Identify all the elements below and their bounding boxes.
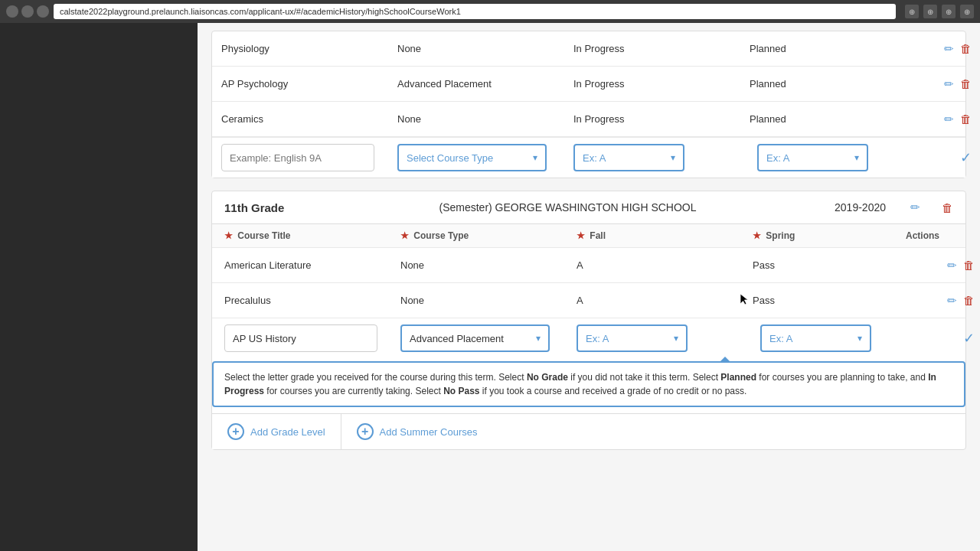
- tooltip-text2: if you did not take it this term. Select: [568, 372, 720, 383]
- req-star-course-type: ★: [400, 230, 409, 241]
- spring-ceramics: Planned: [750, 113, 903, 125]
- delete-icon-amlit[interactable]: 🗑: [963, 259, 975, 272]
- forward-btn[interactable]: [21, 5, 34, 18]
- course-type-appsych: Advanced Placement: [397, 78, 573, 90]
- req-star-course-title: ★: [224, 230, 233, 241]
- course-type-ceramics: None: [397, 113, 573, 125]
- col-header-fall: ★ Fall: [577, 230, 753, 241]
- add-summer-courses-plus-icon: +: [357, 423, 374, 440]
- advanced-placement-label: Advanced Placement: [410, 333, 504, 344]
- edit-icon-physiology[interactable]: ✏: [944, 42, 954, 56]
- actions-precalc: ✏ 🗑: [906, 294, 975, 308]
- edit-grade-section-icon[interactable]: ✏: [910, 201, 920, 214]
- edit-icon-precalc[interactable]: ✏: [947, 294, 957, 308]
- browser-icons: ⊕ ⊕ ⊕ ⊕: [905, 5, 974, 18]
- delete-icon-physiology[interactable]: 🗑: [960, 42, 972, 56]
- ext-icon-2[interactable]: ⊕: [923, 5, 937, 18]
- ext-icon-1[interactable]: ⊕: [905, 5, 919, 18]
- course-title-input[interactable]: [221, 144, 374, 171]
- fall-ceramics: In Progress: [573, 113, 750, 125]
- confirm-new-course-icon[interactable]: ✓: [960, 149, 972, 166]
- fall-grade-11-wrapper: Ex: A ▾: [577, 324, 753, 352]
- fall-grade-11-dropdown[interactable]: Ex: A ▾: [577, 324, 688, 352]
- delete-icon-appsych[interactable]: 🗑: [960, 77, 972, 91]
- table-row: Ceramics None In Progress Planned ✏ 🗑: [212, 102, 965, 137]
- course-type-physiology: None: [397, 43, 573, 54]
- refresh-btn[interactable]: [37, 5, 49, 18]
- req-star-fall: ★: [577, 230, 585, 241]
- fall-grade-dropdown[interactable]: Ex: A ▾: [573, 144, 684, 171]
- advanced-placement-dropdown[interactable]: Advanced Placement ▾: [400, 324, 550, 352]
- spring-grade-11-wrapper: Ex: A ▾: [760, 324, 906, 352]
- grade-title: 11th Grade: [224, 201, 301, 214]
- fall-appsych: In Progress: [573, 78, 750, 90]
- col-header-course-type: ★ Course Type: [400, 230, 577, 241]
- fall-grade-11-label: Ex: A: [586, 333, 609, 344]
- ap-us-history-input[interactable]: [224, 324, 377, 352]
- sidebar: [0, 23, 198, 551]
- course-type-amlit: None: [400, 259, 577, 271]
- col-header-actions: Actions: [906, 230, 975, 241]
- delete-icon-precalc[interactable]: 🗑: [963, 294, 975, 308]
- edit-icon-appsych[interactable]: ✏: [944, 77, 954, 91]
- course-title-amlit: American Literature: [224, 259, 400, 271]
- select-course-type-label: Select Course Type: [407, 152, 493, 164]
- address-bar[interactable]: calstate2022playground.prelaunch.liaison…: [54, 4, 896, 19]
- fall-grade-11-arrow: ▾: [674, 333, 678, 344]
- spring-appsych: Planned: [750, 78, 903, 90]
- add-grade-level-button[interactable]: + Add Grade Level: [212, 414, 341, 449]
- table-row: Precalulus None A Pass ✏ 🗑: [212, 283, 965, 318]
- tooltip-text3: for courses you are planning to take, an…: [756, 372, 928, 383]
- ap-us-history-input-wrapper: [224, 324, 400, 352]
- tooltip-text4: for courses you are currently taking. Se…: [264, 386, 443, 396]
- col-header-spring: ★ Spring: [753, 230, 906, 241]
- fall-precalc: A: [577, 295, 753, 306]
- add-summer-courses-label: Add Summer Courses: [380, 426, 478, 438]
- tooltip-text1: Select the letter grade you received for…: [224, 372, 527, 383]
- spring-grade-11-label: Ex: A: [769, 333, 792, 344]
- spring-grade-dropdown[interactable]: Ex: A ▾: [757, 144, 868, 171]
- ext-icon-4[interactable]: ⊕: [960, 5, 974, 18]
- actions-ceramics: ✏ 🗑: [903, 112, 972, 126]
- new-course-actions: ✓: [903, 149, 972, 166]
- main-content: Physiology None In Progress Planned ✏ 🗑 …: [198, 23, 980, 551]
- browser-bar: calstate2022playground.prelaunch.liaison…: [0, 0, 980, 23]
- select-course-type-wrapper: Select Course Type ▾: [397, 144, 573, 171]
- add-grade-level-plus-icon: +: [227, 423, 244, 440]
- spring-grade-label: Ex: A: [766, 152, 789, 164]
- browser-controls: [6, 5, 49, 18]
- spring-amlit: Pass: [753, 259, 906, 271]
- spring-grade-11-arrow: ▾: [858, 333, 862, 344]
- bottom-actions: + Add Grade Level + Add Summer Courses: [212, 413, 965, 449]
- delete-grade-section-icon[interactable]: 🗑: [942, 201, 953, 214]
- tooltip-no-grade: No Grade: [527, 372, 568, 383]
- new-course-entry-row-11th: Advanced Placement ▾ Ex: A ▾ Ex: A: [212, 318, 965, 358]
- select-course-type-dropdown[interactable]: Select Course Type ▾: [397, 144, 547, 171]
- delete-icon-ceramics[interactable]: 🗑: [960, 112, 972, 126]
- course-title-ceramics: Ceramics: [221, 113, 397, 125]
- spring-grade-arrow: ▾: [854, 152, 859, 163]
- course-title-precalc: Precalulus: [224, 295, 400, 306]
- advanced-placement-dropdown-wrapper: Advanced Placement ▾: [400, 324, 577, 352]
- spring-precalc: Pass: [753, 295, 906, 306]
- tooltip-text5: if you took a course and received a grad…: [480, 386, 747, 396]
- req-star-spring: ★: [753, 230, 761, 241]
- fall-grade-label: Ex: A: [583, 152, 606, 164]
- back-btn[interactable]: [6, 5, 18, 18]
- confirm-11th-icon[interactable]: ✓: [963, 330, 975, 347]
- select-course-type-arrow: ▾: [533, 152, 537, 163]
- fall-physiology: In Progress: [573, 43, 750, 54]
- actions-amlit: ✏ 🗑: [906, 259, 975, 272]
- content-area: Physiology None In Progress Planned ✏ 🗑 …: [198, 23, 980, 465]
- table-row: Physiology None In Progress Planned ✏ 🗑: [212, 31, 965, 67]
- spring-grade-wrapper: Ex: A ▾: [757, 144, 903, 171]
- spring-grade-11-dropdown[interactable]: Ex: A ▾: [760, 324, 871, 352]
- grade-tooltip: Select the letter grade you received for…: [212, 361, 965, 407]
- grade-section-header: 11th Grade (Semester) GEORGE WASHINGTON …: [212, 191, 965, 224]
- edit-icon-ceramics[interactable]: ✏: [944, 112, 954, 126]
- spring-physiology: Planned: [750, 43, 903, 54]
- add-summer-courses-button[interactable]: + Add Summer Courses: [341, 414, 493, 449]
- ext-icon-3[interactable]: ⊕: [942, 5, 956, 18]
- table-row: American Literature None A Pass ✏ 🗑: [212, 248, 965, 283]
- edit-icon-amlit[interactable]: ✏: [947, 259, 957, 272]
